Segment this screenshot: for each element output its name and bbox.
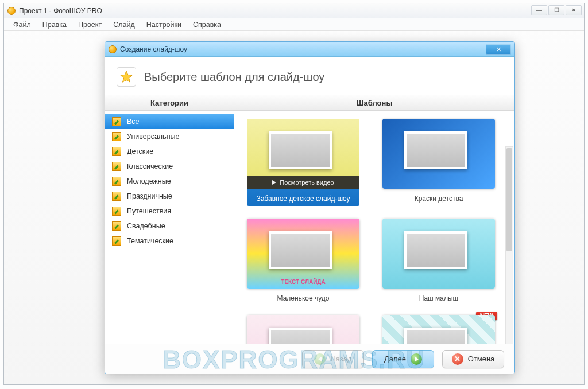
- create-slideshow-dialog: Создание слайд-шоу ✕ Выберите шаблон для…: [105, 41, 515, 374]
- dialog-titlebar[interactable]: Создание слайд-шоу ✕: [105, 42, 514, 57]
- dialog-close-button[interactable]: ✕: [486, 44, 511, 55]
- template-card[interactable]: ТЕКСТ СЛАЙДАМаленькое чудо: [247, 219, 359, 302]
- next-label: Далее: [384, 355, 406, 363]
- template-thumbnail[interactable]: [382, 219, 495, 289]
- category-label: Классические: [127, 162, 173, 170]
- category-icon: [112, 117, 121, 126]
- template-card[interactable]: Наш малыш: [382, 219, 495, 302]
- main-window: Проект 1 - ФотоШОУ PRO — ☐ ✕ Файл Правка…: [3, 3, 585, 385]
- category-label: Свадебные: [127, 222, 165, 230]
- play-icon: [272, 180, 276, 185]
- dialog-footer: Назад Далее ✕ Отмена: [105, 344, 514, 374]
- photo-placeholder: [269, 231, 332, 269]
- photo-placeholder: [404, 231, 467, 269]
- svg-marker-0: [121, 71, 132, 82]
- back-button[interactable]: Назад: [302, 350, 364, 368]
- cancel-button[interactable]: ✕ Отмена: [442, 350, 504, 368]
- templates-scrollbar[interactable]: [505, 146, 513, 374]
- template-title: Краски детства: [415, 194, 463, 203]
- category-label: Универсальные: [127, 133, 180, 141]
- category-item[interactable]: Тематические: [105, 234, 234, 248]
- columns-header: Категории Шаблоны: [105, 95, 514, 111]
- star-icon: [117, 67, 136, 87]
- template-thumbnail[interactable]: ТЕКСТ СЛАЙДА: [247, 219, 359, 289]
- template-card[interactable]: Посмотреть видеоЗабавное детское слайд-ш…: [247, 119, 359, 206]
- category-label: Все: [127, 118, 140, 126]
- minimize-button[interactable]: —: [531, 5, 547, 15]
- category-icon: [112, 162, 121, 171]
- cancel-icon: ✕: [452, 353, 463, 365]
- arrow-right-icon: [411, 353, 422, 365]
- template-title: Забавное детское слайд-шоу: [256, 194, 350, 203]
- template-title: Наш малыш: [419, 294, 458, 302]
- next-button[interactable]: Далее: [372, 350, 434, 368]
- template-card[interactable]: Краски детства: [382, 119, 495, 206]
- menu-help[interactable]: Справка: [187, 20, 227, 30]
- menubar: Файл Правка Проект Слайд Настройки Справ…: [4, 18, 584, 31]
- dialog-header: Выберите шаблон для слайд-шоу: [105, 57, 514, 95]
- category-icon: [112, 192, 121, 201]
- preview-label: Посмотреть видео: [280, 179, 334, 186]
- category-label: Путешествия: [127, 207, 171, 215]
- template-thumbnail[interactable]: [382, 119, 495, 189]
- category-label: Детские: [127, 147, 153, 155]
- menu-edit[interactable]: Правка: [37, 20, 72, 30]
- menu-project[interactable]: Проект: [72, 20, 107, 30]
- templates-pane: Посмотреть видеоЗабавное детское слайд-ш…: [234, 111, 514, 357]
- menu-file[interactable]: Файл: [7, 20, 37, 30]
- menu-settings[interactable]: Настройки: [141, 20, 187, 30]
- template-title: Маленькое чудо: [277, 294, 330, 302]
- category-icon: [112, 207, 121, 216]
- preview-video-button[interactable]: Посмотреть видео: [247, 176, 359, 189]
- dialog-title: Создание слайд-шоу: [120, 45, 187, 53]
- category-icon: [112, 177, 121, 186]
- category-item[interactable]: Молодежные: [105, 174, 234, 189]
- category-icon: [112, 236, 121, 246]
- category-label: Молодежные: [127, 177, 171, 185]
- category-item[interactable]: Путешествия: [105, 204, 234, 219]
- maximize-button[interactable]: ☐: [548, 5, 564, 15]
- cancel-label: Отмена: [468, 355, 495, 363]
- photo-placeholder: [404, 131, 467, 169]
- main-titlebar: Проект 1 - ФотоШОУ PRO — ☐ ✕: [4, 3, 584, 18]
- thumbnail-text: ТЕКСТ СЛАЙДА: [247, 279, 359, 285]
- category-item[interactable]: Классические: [105, 159, 234, 174]
- main-title: Проект 1 - ФотоШОУ PRO: [19, 7, 102, 15]
- category-label: Праздничные: [127, 192, 172, 200]
- dialog-heading: Выберите шаблон для слайд-шоу: [144, 71, 324, 84]
- category-item[interactable]: Детские: [105, 144, 234, 159]
- category-label: Тематические: [127, 237, 173, 245]
- scrollbar-thumb[interactable]: [506, 148, 512, 251]
- category-item[interactable]: Универсальные: [105, 129, 234, 144]
- close-button[interactable]: ✕: [566, 5, 582, 15]
- template-thumbnail[interactable]: Посмотреть видео: [247, 119, 359, 189]
- col-header-categories: Категории: [105, 95, 234, 110]
- category-icon: [112, 132, 121, 141]
- category-icon: [112, 221, 121, 231]
- col-header-templates: Шаблоны: [234, 95, 514, 110]
- category-item[interactable]: Праздничные: [105, 189, 234, 204]
- photo-placeholder: [269, 131, 332, 169]
- category-icon: [112, 147, 121, 156]
- dialog-icon: [109, 45, 117, 53]
- menu-slide[interactable]: Слайд: [107, 20, 141, 30]
- arrow-left-icon: [314, 353, 326, 365]
- categories-sidebar: ВсеУниверсальныеДетскиеКлассическиеМолод…: [105, 111, 234, 357]
- category-item[interactable]: Все: [105, 114, 234, 129]
- category-item[interactable]: Свадебные: [105, 219, 234, 234]
- app-icon: [7, 7, 16, 15]
- back-label: Назад: [330, 355, 351, 363]
